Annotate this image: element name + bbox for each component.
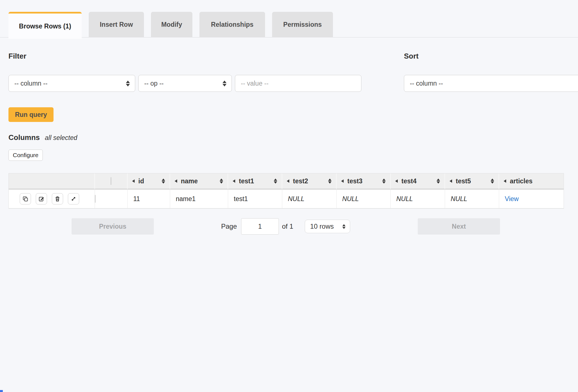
sort-icon — [162, 179, 165, 184]
cell-test2: NULL — [282, 190, 337, 208]
filter-heading: Filter — [8, 52, 26, 61]
columns-heading: Columns — [8, 133, 40, 142]
row-checkbox[interactable] — [95, 195, 95, 203]
edit-icon — [38, 196, 45, 202]
sort-icon — [437, 179, 440, 184]
clone-row-button[interactable] — [20, 193, 31, 204]
columns-note: all selected — [45, 134, 77, 142]
cell-test4: NULL — [391, 190, 445, 208]
rows-per-page-select[interactable]: 10 rows — [305, 220, 350, 233]
cell-articles: View — [499, 190, 564, 208]
page-count-label: of 1 — [282, 218, 293, 235]
cell-test5: NULL — [445, 190, 499, 208]
column-header-label: test4 — [401, 177, 417, 185]
configure-button[interactable]: Configure — [8, 150, 43, 161]
table-row: 11 name1 test1 NULL NULL NULL NULL View — [9, 190, 564, 208]
filter-column-select-value: -- column -- — [14, 80, 126, 87]
column-header-name[interactable]: name — [170, 173, 228, 190]
sort-heading: Sort — [404, 52, 419, 61]
sort-icon — [220, 179, 223, 184]
actions-header — [9, 173, 95, 190]
columns-section: Columns all selected — [8, 133, 77, 142]
trash-icon — [54, 196, 61, 202]
sort-icon — [491, 179, 494, 184]
cell-test1: test1 — [228, 190, 282, 208]
column-caret-icon — [233, 179, 235, 183]
column-caret-icon — [132, 179, 135, 183]
delete-row-button[interactable] — [52, 193, 63, 204]
sort-icon — [328, 179, 332, 184]
rows-table: id name test1 test2 — [8, 173, 564, 209]
column-header-id[interactable]: id — [128, 173, 170, 190]
cell-test3: NULL — [337, 190, 391, 208]
column-header-label: test3 — [347, 177, 363, 185]
column-caret-icon — [341, 179, 344, 183]
column-caret-icon — [175, 179, 177, 183]
cell-id: 11 — [128, 190, 170, 208]
select-arrows-icon — [223, 81, 226, 86]
column-caret-icon — [287, 179, 289, 183]
tab-permissions[interactable]: Permissions — [272, 12, 333, 37]
filter-value-input[interactable] — [235, 75, 361, 92]
column-header-label: name — [181, 177, 198, 185]
tab-relationships[interactable]: Relationships — [199, 12, 265, 37]
run-query-button[interactable]: Run query — [8, 107, 54, 122]
sort-icon — [382, 179, 386, 184]
next-page-button[interactable]: Next — [418, 218, 500, 235]
expand-icon — [70, 196, 77, 202]
filter-op-select-value: -- op -- — [144, 80, 223, 87]
select-all-checkbox[interactable] — [111, 177, 111, 185]
row-select-cell — [95, 190, 128, 208]
page-label: Page — [221, 218, 237, 235]
column-header-test4[interactable]: test4 — [391, 173, 445, 190]
row-actions-cell — [9, 190, 95, 208]
tab-bar: Browse Rows (1) Insert Row Modify Relati… — [8, 12, 333, 39]
tab-modify[interactable]: Modify — [151, 12, 192, 37]
column-header-label: id — [138, 177, 144, 185]
view-articles-link[interactable]: View — [505, 195, 519, 202]
column-header-label: articles — [510, 177, 533, 185]
previous-page-button[interactable]: Previous — [72, 218, 154, 235]
sort-column-select-value: -- column -- — [410, 80, 578, 87]
filter-column-select[interactable]: -- column -- — [8, 75, 135, 92]
clone-icon — [22, 196, 28, 202]
column-header-test5[interactable]: test5 — [445, 173, 499, 190]
table-header-row: id name test1 test2 — [9, 173, 564, 190]
pagination-bar: Previous Page of 1 10 rows Next — [0, 218, 578, 235]
column-header-test3[interactable]: test3 — [337, 173, 391, 190]
expand-row-button[interactable] — [68, 193, 79, 204]
select-all-header — [95, 173, 128, 190]
page-number-input[interactable] — [241, 218, 279, 235]
column-caret-icon — [395, 179, 398, 183]
column-caret-icon — [450, 179, 452, 183]
column-header-test2[interactable]: test2 — [282, 173, 337, 190]
cell-name: name1 — [170, 190, 228, 208]
sort-column-select[interactable]: -- column -- — [404, 75, 578, 92]
column-header-label: test5 — [456, 177, 471, 185]
browse-rows-page: Browse Rows (1) Insert Row Modify Relati… — [0, 0, 578, 392]
bottom-left-artifact — [0, 390, 3, 392]
tab-insert-row[interactable]: Insert Row — [89, 12, 144, 37]
tab-browse-rows[interactable]: Browse Rows (1) — [8, 12, 82, 39]
column-header-test1[interactable]: test1 — [228, 173, 282, 190]
edit-row-button[interactable] — [36, 193, 47, 204]
column-header-label: test2 — [293, 177, 308, 185]
sort-icon — [274, 179, 277, 184]
column-header-label: test1 — [239, 177, 254, 185]
select-arrows-icon — [126, 81, 130, 86]
column-caret-icon — [504, 179, 506, 183]
select-arrows-icon — [342, 224, 345, 229]
filter-op-select[interactable]: -- op -- — [138, 75, 232, 92]
column-header-articles[interactable]: articles — [499, 173, 564, 190]
rows-per-page-value: 10 rows — [310, 222, 342, 230]
